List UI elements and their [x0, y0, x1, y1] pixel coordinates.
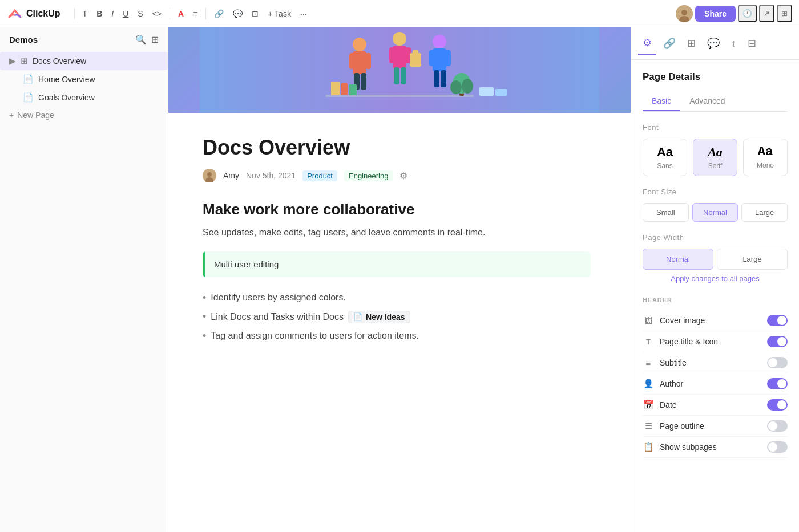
- font-serif-label: Aa: [708, 145, 723, 160]
- underline-btn[interactable]: U: [119, 7, 132, 21]
- svg-rect-14: [394, 67, 400, 84]
- comment-btn[interactable]: 💬: [229, 7, 246, 21]
- color-btn[interactable]: A: [175, 7, 187, 21]
- sidebar-item-label: Goals Overview: [38, 93, 95, 102]
- show-subpages-icon: 📋: [643, 442, 654, 452]
- font-option-mono[interactable]: Aa Mono: [743, 139, 788, 176]
- panel-sub-tab-basic[interactable]: Basic: [643, 92, 680, 111]
- svg-rect-22: [434, 70, 439, 87]
- panel-sub-tabs: Basic Advanced: [643, 92, 788, 112]
- doc-title: Docs Overview: [203, 136, 591, 160]
- new-doc-icon[interactable]: ⊞: [151, 34, 159, 45]
- app-logo[interactable]: ClickUp: [7, 6, 60, 22]
- font-option-sans[interactable]: Aa Sans: [643, 139, 687, 176]
- date-toggle[interactable]: [767, 399, 788, 411]
- svg-rect-21: [445, 50, 451, 66]
- subtitle-toggle[interactable]: [767, 357, 788, 368]
- cover-image-toggle[interactable]: [767, 315, 788, 326]
- svg-point-4: [353, 38, 366, 51]
- font-size-normal[interactable]: Normal: [692, 203, 739, 222]
- sidebar-item-home-overview[interactable]: 📄 Home Overview: [0, 70, 168, 88]
- sidebar-item-goals-overview[interactable]: 📄 Goals Overview: [0, 88, 168, 107]
- page-width-normal[interactable]: Normal: [643, 249, 713, 270]
- inline-link[interactable]: 📄 New Ideas: [348, 311, 410, 323]
- font-option-serif[interactable]: Aa Serif: [693, 139, 737, 176]
- page-width-large[interactable]: Large: [717, 249, 788, 270]
- text-format-btn[interactable]: T: [79, 7, 91, 21]
- history-btn[interactable]: 🕐: [738, 5, 757, 22]
- panel-icon-tabs: ⚙ 🔗 ⊞ 💬 ↕ ⊟: [631, 27, 799, 60]
- link-btn[interactable]: 🔗: [211, 7, 227, 21]
- panel-tab-sort[interactable]: ↕: [727, 33, 741, 54]
- svg-rect-33: [495, 89, 507, 96]
- embed-btn[interactable]: ⊡: [248, 7, 262, 21]
- sidebar-header-icons: 🔍 ⊞: [135, 34, 159, 45]
- date-label: Date: [660, 400, 677, 409]
- export-btn[interactable]: ↗: [759, 5, 774, 22]
- new-page-label: New Page: [17, 111, 54, 120]
- bullet-list: Identify users by assigned colors. Link …: [203, 289, 591, 346]
- sidebar-item-label: Docs Overview: [33, 56, 86, 66]
- toggle-knob-5: [777, 400, 786, 409]
- page-outline-label: Page outline: [660, 421, 704, 431]
- tags-settings-icon[interactable]: ⚙: [400, 170, 407, 181]
- subtitle-label: Subtitle: [660, 358, 687, 367]
- svg-point-1: [681, 10, 687, 15]
- new-page-btn[interactable]: + New Page: [0, 107, 168, 124]
- bullet-item-3: Tag and assign comments to users for act…: [203, 327, 591, 346]
- panel-tab-link[interactable]: 🔗: [659, 33, 680, 54]
- panel-tab-grid[interactable]: ⊞: [683, 33, 700, 54]
- toggle-knob: [777, 316, 786, 325]
- svg-rect-26: [341, 83, 348, 95]
- user-avatar[interactable]: [676, 5, 693, 22]
- main-layout: Demos 🔍 ⊞ ▶ ⊞ Docs Overview 📄 Home Overv…: [0, 27, 799, 532]
- search-icon[interactable]: 🔍: [135, 34, 147, 45]
- svg-rect-27: [349, 84, 357, 95]
- toggle-page-outline: ☰ Page outline: [643, 416, 788, 437]
- panel-tab-settings[interactable]: ⚙: [638, 32, 656, 55]
- content-area: Docs Overview Amy Nov 5th, 2021 Product …: [168, 27, 631, 532]
- panel-content: Page Details Basic Advanced Font Aa Sans…: [631, 60, 799, 469]
- show-subpages-label: Show subpages: [660, 442, 717, 452]
- page-outline-toggle[interactable]: [767, 420, 788, 432]
- italic-btn[interactable]: I: [108, 7, 117, 21]
- author-avatar: [203, 169, 216, 182]
- font-serif-name: Serif: [708, 162, 723, 170]
- strikethrough-btn[interactable]: S: [134, 7, 146, 21]
- align-btn[interactable]: ≡: [189, 7, 201, 21]
- tag-product[interactable]: Product: [302, 170, 337, 181]
- toolbar: ClickUp T B I U S <> A ≡ 🔗 💬 ⊡ + Task ··…: [0, 0, 799, 27]
- author-label: Author: [660, 379, 683, 388]
- panel-sub-tab-advanced[interactable]: Advanced: [680, 92, 734, 111]
- svg-rect-24: [325, 95, 474, 97]
- font-size-small[interactable]: Small: [643, 203, 689, 222]
- workspace-title: Demos: [9, 35, 38, 44]
- apply-changes-link[interactable]: Apply changes to all pages: [643, 274, 788, 283]
- add-task-btn[interactable]: + Task: [264, 7, 294, 21]
- svg-rect-25: [331, 82, 340, 95]
- sidebar-item-docs-overview[interactable]: ▶ ⊞ Docs Overview: [0, 52, 168, 70]
- sidebar-header: Demos 🔍 ⊞: [0, 27, 168, 52]
- svg-point-31: [462, 79, 473, 94]
- code-btn[interactable]: <>: [149, 7, 165, 21]
- header-section-label: HEADER: [643, 297, 788, 303]
- page-title-icon-toggle[interactable]: [767, 336, 788, 347]
- svg-point-30: [450, 80, 462, 94]
- author-toggle[interactable]: [767, 378, 788, 389]
- bold-btn[interactable]: B: [93, 7, 106, 21]
- more-btn[interactable]: ···: [297, 7, 310, 21]
- view-btn[interactable]: ⊞: [777, 5, 792, 22]
- section-heading: Make work more collaborative: [203, 201, 591, 218]
- panel-tab-columns[interactable]: ⊟: [743, 33, 761, 54]
- section-text: See updates, make edits, tag users, and …: [203, 225, 591, 240]
- share-button[interactable]: Share: [695, 6, 736, 22]
- show-subpages-toggle[interactable]: [767, 441, 788, 453]
- svg-rect-20: [429, 50, 435, 66]
- font-size-large[interactable]: Large: [741, 203, 788, 222]
- font-size-options: Small Normal Large: [643, 203, 788, 222]
- panel-tab-comment[interactable]: 💬: [703, 33, 724, 54]
- svg-rect-15: [401, 67, 406, 84]
- tag-engineering[interactable]: Engineering: [344, 170, 393, 181]
- cover-image-banner: [168, 27, 631, 113]
- doc-meta: Amy Nov 5th, 2021 Product Engineering ⚙: [203, 169, 591, 182]
